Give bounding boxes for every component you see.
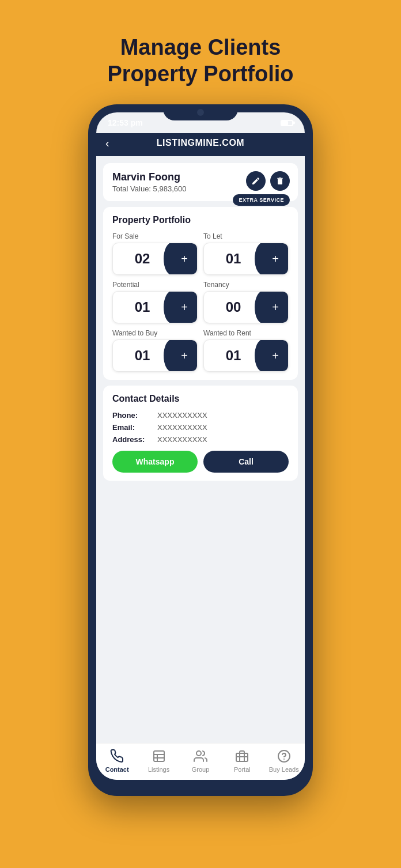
plus-icon: + <box>181 252 188 266</box>
svg-point-4 <box>196 751 201 756</box>
nav-item-contact[interactable]: Contact <box>101 748 133 773</box>
listings-nav-label: Listings <box>148 766 169 773</box>
address-value: XXXXXXXXXX <box>157 435 207 444</box>
contact-email-row: Email: XXXXXXXXXX <box>112 423 289 432</box>
for-sale-count: 02 <box>113 251 172 267</box>
wanted-rent-label: Wanted to Rent <box>203 329 289 337</box>
wanted-rent-count: 01 <box>204 348 263 364</box>
action-icons-row <box>246 171 290 191</box>
portfolio-item-tenancy: Tenancy 00 + <box>203 281 289 323</box>
buy-leads-nav-icon <box>276 748 292 764</box>
client-actions: EXTRA SERVICE <box>233 171 290 206</box>
tenancy-add-button[interactable]: + <box>263 292 288 323</box>
contact-details-card: Contact Details Phone: XXXXXXXXXX Email:… <box>103 386 298 481</box>
portal-nav-icon <box>234 748 250 764</box>
portfolio-item-wanted-buy: Wanted to Buy 01 + <box>112 329 198 372</box>
buy-leads-nav-label: Buy Leads <box>269 766 299 773</box>
phone-value: XXXXXXXXXX <box>157 411 207 420</box>
email-label: Email: <box>112 423 153 432</box>
portfolio-item-to-let: To Let 01 + <box>203 232 289 275</box>
contact-phone-row: Phone: XXXXXXXXXX <box>112 411 289 420</box>
portal-nav-label: Portal <box>234 766 251 773</box>
whatsapp-button[interactable]: Whatsapp <box>112 451 198 473</box>
plus-icon: + <box>272 349 279 363</box>
page-title: Manage Clients Property Portfolio <box>107 35 293 87</box>
for-sale-counter: 02 + <box>112 243 198 275</box>
group-nav-icon <box>192 748 209 764</box>
property-portfolio-card: Property Portfolio For Sale 02 + <box>103 207 298 380</box>
wanted-buy-label: Wanted to Buy <box>112 329 198 337</box>
nav-item-listings[interactable]: Listings <box>143 748 175 773</box>
status-time: 12:53 pm <box>108 118 143 127</box>
contact-nav-label: Contact <box>105 766 129 773</box>
portfolio-item-wanted-rent: Wanted to Rent 01 + <box>203 329 289 372</box>
potential-label: Potential <box>112 281 198 289</box>
contact-address-row: Address: XXXXXXXXXX <box>112 435 289 444</box>
potential-add-button[interactable]: + <box>172 292 197 323</box>
portfolio-item-for-sale: For Sale 02 + <box>112 232 198 275</box>
app-header: ‹ LISTINGMINE.COM <box>96 133 305 156</box>
svg-rect-0 <box>154 751 164 761</box>
phone-screen: 12:53 pm ‹ LISTINGMINE.COM Marvin Foong … <box>96 112 305 780</box>
potential-count: 01 <box>113 299 172 315</box>
wanted-rent-counter: 01 + <box>203 339 289 372</box>
phone-shell: 12:53 pm ‹ LISTINGMINE.COM Marvin Foong … <box>88 104 313 796</box>
contact-nav-icon <box>109 748 125 764</box>
to-let-counter: 01 + <box>203 243 289 275</box>
phone-notch <box>163 104 238 120</box>
call-button[interactable]: Call <box>203 451 289 473</box>
header-title: LISTINGMINE.COM <box>157 138 244 148</box>
nav-item-buy-leads[interactable]: Buy Leads <box>268 748 300 773</box>
email-value: XXXXXXXXXX <box>157 423 207 432</box>
contact-buttons: Whatsapp Call <box>112 451 289 473</box>
edit-button[interactable] <box>246 171 266 191</box>
phone-camera <box>197 109 204 116</box>
wanted-buy-add-button[interactable]: + <box>172 340 197 371</box>
portfolio-section-title: Property Portfolio <box>112 215 289 225</box>
to-let-add-button[interactable]: + <box>263 243 288 274</box>
client-header-card: Marvin Foong Total Value: 5,983,600 <box>103 163 298 201</box>
wanted-buy-counter: 01 + <box>112 339 198 372</box>
back-button[interactable]: ‹ <box>105 137 109 150</box>
tenancy-count: 00 <box>204 299 263 315</box>
nav-item-group[interactable]: Group <box>184 748 216 773</box>
extra-service-button[interactable]: EXTRA SERVICE <box>233 194 290 206</box>
portfolio-item-potential: Potential 01 + <box>112 281 198 323</box>
group-nav-label: Group <box>192 766 210 773</box>
tenancy-label: Tenancy <box>203 281 289 289</box>
listings-nav-icon <box>151 748 167 764</box>
wanted-buy-count: 01 <box>113 348 172 364</box>
to-let-count: 01 <box>204 251 263 267</box>
portfolio-grid: For Sale 02 + To Let 01 <box>112 232 289 372</box>
screen-content: Marvin Foong Total Value: 5,983,600 <box>96 156 305 743</box>
wanted-rent-add-button[interactable]: + <box>263 340 288 371</box>
plus-icon: + <box>181 349 188 363</box>
address-label: Address: <box>112 435 153 444</box>
battery-icon <box>281 120 293 126</box>
for-sale-add-button[interactable]: + <box>172 243 197 274</box>
contact-section-title: Contact Details <box>112 394 289 404</box>
potential-counter: 01 + <box>112 291 198 323</box>
nav-item-portal[interactable]: Portal <box>226 748 258 773</box>
for-sale-label: For Sale <box>112 232 198 240</box>
plus-icon: + <box>272 301 279 314</box>
bottom-nav: Contact Listings <box>96 743 305 780</box>
plus-icon: + <box>272 252 279 266</box>
phone-label: Phone: <box>112 411 153 420</box>
tenancy-counter: 00 + <box>203 291 289 323</box>
to-let-label: To Let <box>203 232 289 240</box>
delete-button[interactable] <box>270 171 290 191</box>
plus-icon: + <box>181 301 188 314</box>
